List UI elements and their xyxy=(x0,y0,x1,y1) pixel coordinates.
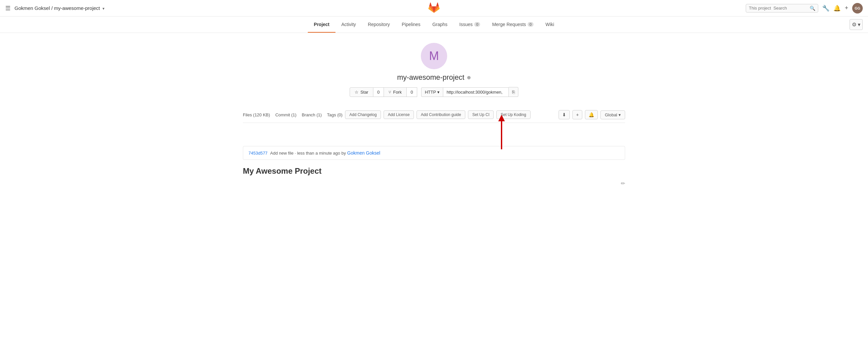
star-count: 0 xyxy=(373,87,384,97)
star-button[interactable]: ☆ Star xyxy=(350,87,373,97)
plus-file-icon: + xyxy=(576,112,579,117)
add-license-button[interactable]: Add License xyxy=(383,111,414,119)
files-info: Files (120 KB) Commit (1) Branch (1) Tag… xyxy=(243,112,342,117)
edit-readme-icon[interactable]: ✏ xyxy=(621,180,625,186)
commit-message: Add new file · less than a minute ago by xyxy=(270,151,346,155)
add-contribution-button[interactable]: Add Contribution guide xyxy=(416,111,465,119)
protocol-selector[interactable]: HTTP ▾ xyxy=(421,87,443,97)
set-up-ci-button[interactable]: Set Up CI xyxy=(468,111,494,119)
tab-graphs[interactable]: Graphs xyxy=(427,17,454,33)
gear-dropdown-icon: ▾ xyxy=(858,22,861,28)
star-icon: ☆ xyxy=(354,90,359,95)
project-title[interactable]: Gokmen Goksel / my-awesome-project ▾ xyxy=(14,5,104,11)
files-size: Files (120 KB) xyxy=(243,112,270,117)
toolbar-actions: ⬇ + 🔔 Global ▾ xyxy=(559,110,625,119)
project-actions: ☆ Star 0 ⑂ Fork 0 HTTP ▾ ⎘ xyxy=(350,87,518,97)
commit-count: Commit (1) xyxy=(275,112,296,117)
add-file-button[interactable]: + xyxy=(572,110,582,119)
search-icon: 🔍 xyxy=(810,6,815,11)
plus-icon[interactable]: + xyxy=(845,5,848,11)
merge-requests-badge: 0 xyxy=(528,22,533,27)
bell-icon[interactable]: 🔔 xyxy=(833,5,841,12)
fork-icon: ⑂ xyxy=(389,90,391,95)
global-dropdown-button[interactable]: Global ▾ xyxy=(600,111,625,119)
search-input[interactable] xyxy=(749,6,808,10)
notification-button[interactable]: 🔔 xyxy=(585,110,598,119)
nav-right: 🔍 🔧 🔔 + GG xyxy=(746,3,863,13)
wrench-icon[interactable]: 🔧 xyxy=(822,5,830,12)
copy-icon: ⎘ xyxy=(512,89,515,95)
sub-nav-right: ⚙ ▾ xyxy=(849,19,863,30)
commit-banner: 7453d577 Add new file · less than a minu… xyxy=(243,146,625,160)
avatar-letter: M xyxy=(429,49,439,63)
annotation-arrow xyxy=(497,113,506,154)
svg-marker-1 xyxy=(498,115,505,121)
tab-wiki[interactable]: Wiki xyxy=(539,17,560,33)
tags-count: Tags (0) xyxy=(327,112,342,117)
hamburger-menu[interactable]: ☰ xyxy=(5,5,10,12)
tab-issues[interactable]: Issues 0 xyxy=(454,17,486,33)
sub-nav: Project Activity Repository Pipelines Gr… xyxy=(0,17,868,33)
top-nav: ☰ Gokmen Goksel / my-awesome-project ▾ 🔍… xyxy=(0,0,868,17)
add-changelog-button[interactable]: Add Changelog xyxy=(345,111,381,119)
gear-icon: ⚙ xyxy=(852,22,857,28)
commit-author[interactable]: Gokmen Goksel xyxy=(347,150,380,155)
settings-gear-button[interactable]: ⚙ ▾ xyxy=(849,19,863,30)
global-dropdown-icon: ▾ xyxy=(619,112,621,117)
fork-button[interactable]: ⑂ Fork xyxy=(384,87,407,97)
project-header: M my-awesome-project ⊕ ☆ Star 0 ⑂ Fork 0… xyxy=(243,33,625,104)
tabs-list: Project Activity Repository Pipelines Gr… xyxy=(308,17,560,33)
tab-merge-requests[interactable]: Merge Requests 0 xyxy=(486,17,539,33)
main-content: M my-awesome-project ⊕ ☆ Star 0 ⑂ Fork 0… xyxy=(236,33,632,179)
gitlab-logo xyxy=(428,2,440,14)
download-button[interactable]: ⬇ xyxy=(559,110,570,119)
caret-icon: ▾ xyxy=(102,6,104,11)
branch-count: Branch (1) xyxy=(302,112,322,117)
avatar-initials: GG xyxy=(855,6,860,10)
readme-section: My Awesome Project ✏ xyxy=(243,160,625,179)
tab-repository[interactable]: Repository xyxy=(362,17,396,33)
search-box[interactable]: 🔍 xyxy=(746,4,818,12)
files-toolbar: Files (120 KB) Commit (1) Branch (1) Tag… xyxy=(243,107,625,123)
globe-icon: ⊕ xyxy=(467,75,471,80)
copy-url-button[interactable]: ⎘ xyxy=(509,87,518,97)
fork-count: 0 xyxy=(407,87,417,97)
tab-project[interactable]: Project xyxy=(308,17,335,33)
commit-hash[interactable]: 7453d577 xyxy=(248,151,268,155)
bell-toolbar-icon: 🔔 xyxy=(589,112,594,117)
download-icon: ⬇ xyxy=(562,112,566,117)
clone-group: HTTP ▾ ⎘ xyxy=(421,87,518,97)
clone-url-input[interactable] xyxy=(443,87,509,97)
readme-title: My Awesome Project xyxy=(243,160,625,179)
avatar[interactable]: GG xyxy=(852,3,863,13)
tab-pipelines[interactable]: Pipelines xyxy=(396,17,427,33)
protocol-dropdown-icon: ▾ xyxy=(437,90,440,95)
project-name: my-awesome-project ⊕ xyxy=(397,73,471,82)
project-avatar: M xyxy=(421,43,447,69)
issues-badge: 0 xyxy=(474,22,480,27)
tab-activity[interactable]: Activity xyxy=(336,17,362,33)
